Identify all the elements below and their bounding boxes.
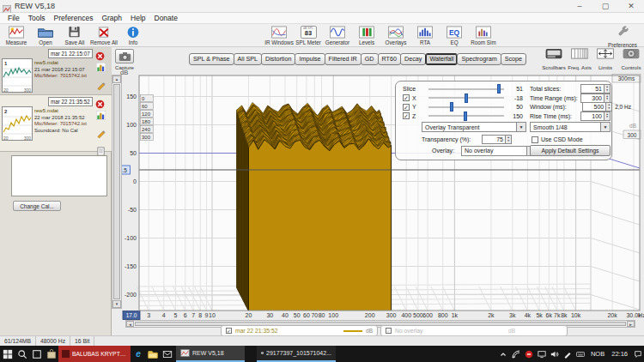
maximize-button[interactable]: ▢: [592, 0, 618, 12]
limits-button[interactable]: Limits: [592, 47, 618, 70]
toolbar-ir-windows-button[interactable]: IR Windows: [264, 25, 294, 45]
keyboard-icon[interactable]: [574, 346, 587, 362]
preferences-button[interactable]: Preferences: [604, 25, 641, 48]
tab-filtered-ir[interactable]: Filtered IR: [325, 53, 361, 65]
svg-text:600: 600: [422, 312, 433, 318]
remove-measurement-button[interactable]: [95, 49, 105, 58]
measurement-name-field[interactable]: mar 21 22:15:07: [48, 49, 93, 58]
measurement-name-field[interactable]: mar 22 21:35:52: [48, 97, 93, 106]
slice-slider[interactable]: [428, 85, 504, 93]
measurement-panel-2[interactable]: mar 22 21:35:52220300rew5.mdat22 mar 201…: [0, 95, 112, 152]
toolbar-generator-button[interactable]: Generator: [323, 25, 352, 45]
tab-all-spl[interactable]: All SPL: [234, 53, 263, 65]
minimize-button[interactable]: –: [567, 0, 592, 12]
capture-button[interactable]: [115, 49, 134, 63]
scroll-right-arrow[interactable]: ►: [627, 321, 635, 327]
rise-time-spinner[interactable]: 100▲▼: [580, 112, 611, 121]
y-axis-checkbox[interactable]: ✓: [403, 104, 410, 111]
chart-icon[interactable]: [96, 108, 106, 124]
toolbar-eq-button[interactable]: EQEQ: [440, 25, 469, 45]
transparency-spinner[interactable]: 75▲▼: [482, 135, 512, 144]
mail-icon[interactable]: [160, 346, 174, 362]
legend-checkbox[interactable]: ✓: [386, 328, 392, 334]
store-icon[interactable]: [44, 346, 58, 362]
toolbar-save-all-button[interactable]: Save All: [60, 25, 89, 45]
vertical-scrollbar[interactable]: ▲ ▼: [112, 75, 122, 309]
scrollbars-button[interactable]: Scrollbars: [541, 47, 567, 70]
chart-icon[interactable]: [96, 60, 106, 75]
toolbar-open-button[interactable]: Open: [31, 25, 60, 45]
toolbar-overlays-button[interactable]: Overlays: [381, 25, 410, 45]
tab-rt60[interactable]: RT60: [378, 53, 401, 65]
clock[interactable]: 22:16: [608, 350, 631, 358]
time-range-spinner[interactable]: 300▲▼: [580, 94, 611, 103]
toolbar-info-button[interactable]: Info: [118, 25, 148, 45]
use-csd-mode-checkbox[interactable]: ✓: [532, 136, 538, 143]
measurement-thumbnail[interactable]: 220300: [2, 106, 33, 144]
tab-spl-phase[interactable]: SPL & Phase: [189, 53, 234, 65]
scroll-up-arrow[interactable]: ▲: [112, 75, 121, 83]
menu-help[interactable]: Help: [126, 14, 149, 22]
tab-gd[interactable]: GD: [361, 53, 379, 65]
toolbar-spl-meter-button[interactable]: dB SPL83SPL Meter: [294, 25, 323, 45]
notification-center-icon[interactable]: [631, 346, 644, 362]
tab-distortion[interactable]: Distortion: [261, 53, 295, 65]
language-indicator[interactable]: NOB: [587, 350, 608, 358]
tab-decay[interactable]: Decay: [400, 53, 426, 65]
taskbar-item-photo[interactable]: 29177397_101571042...: [257, 346, 336, 362]
x-slider[interactable]: [428, 94, 504, 102]
chevron-up-icon[interactable]: [497, 346, 510, 362]
change-cal-button[interactable]: Change Cal...: [13, 201, 61, 211]
tab-spectrogram[interactable]: Spectrogram: [457, 53, 501, 65]
task-view-icon[interactable]: [29, 346, 44, 362]
close-button[interactable]: ✕: [618, 0, 644, 12]
freq-axis-button[interactable]: Freq. Axis: [567, 47, 592, 70]
scroll-left-arrow[interactable]: ◄: [126, 321, 134, 327]
taskbar-item-rew[interactable]: REW V5,18: [176, 346, 245, 362]
toolbar-room-sim-button[interactable]: Room Sim: [469, 25, 498, 45]
menu-graph[interactable]: Graph: [97, 14, 126, 22]
file-explorer-icon[interactable]: [145, 346, 160, 362]
speaker-icon[interactable]: [549, 346, 562, 362]
measurement-thumbnail[interactable]: 120300: [2, 58, 33, 96]
toolbar-measure-button[interactable]: Measure: [2, 25, 31, 45]
vertical-scroll-thumb[interactable]: [113, 84, 120, 299]
toolbar-levels-button[interactable]: Levels: [352, 25, 381, 45]
tray-app-icon[interactable]: [523, 346, 536, 362]
x-axis-checkbox[interactable]: ✓: [403, 94, 410, 101]
measurement-panel-1[interactable]: mar 21 22:15:07120300rew5.mdat21 mar 201…: [0, 47, 112, 95]
window-spinner[interactable]: 500▲▼: [582, 102, 612, 112]
remove-measurement-button[interactable]: [95, 97, 105, 106]
z-axis-checkbox[interactable]: ✓: [403, 112, 410, 119]
apply-default-settings-button[interactable]: Apply Default Settings: [530, 145, 611, 156]
display-icon[interactable]: [536, 346, 549, 362]
menu-donate[interactable]: Donate: [150, 14, 182, 22]
tab-scope[interactable]: Scope: [501, 53, 526, 65]
smoothing-dropdown[interactable]: Smooth 1/48▼: [530, 122, 611, 132]
edit-pencil-icon[interactable]: [96, 78, 106, 94]
pen-icon[interactable]: [562, 346, 574, 362]
toolbar-rta-button[interactable]: RTA: [410, 25, 440, 45]
total-slices-spinner[interactable]: 51▲▼: [580, 84, 611, 94]
z-slider[interactable]: [428, 112, 504, 120]
edit-pencil-icon[interactable]: [96, 126, 106, 142]
network-icon[interactable]: [510, 346, 523, 362]
menu-file[interactable]: File: [3, 14, 24, 22]
mode-dropdown[interactable]: Overlay Transparent▼: [422, 122, 526, 132]
tab-impulse[interactable]: Impulse: [295, 53, 325, 65]
edge-icon[interactable]: e: [131, 346, 145, 362]
menu-preferences[interactable]: Preferences: [50, 14, 98, 22]
start-button[interactable]: [0, 346, 15, 362]
legend-checkbox[interactable]: ✓: [226, 328, 232, 334]
overlay-dropdown[interactable]: No overlay▼: [461, 146, 537, 156]
tab-waterfall[interactable]: Waterfall: [425, 53, 458, 65]
taskbar-item-balubas[interactable]: BALUBAS KRYPT - TH...: [58, 346, 131, 362]
controls-button[interactable]: Controls: [618, 47, 644, 70]
toolbar-remove-all-button[interactable]: Remove All: [89, 25, 118, 45]
search-icon[interactable]: [15, 346, 29, 362]
window-label: Window (ms):: [530, 104, 582, 110]
y-slider[interactable]: [428, 103, 504, 111]
scroll-down-arrow[interactable]: ▼: [112, 300, 121, 308]
measurement-notes-box[interactable]: [11, 155, 107, 196]
menu-tools[interactable]: Tools: [24, 14, 50, 22]
